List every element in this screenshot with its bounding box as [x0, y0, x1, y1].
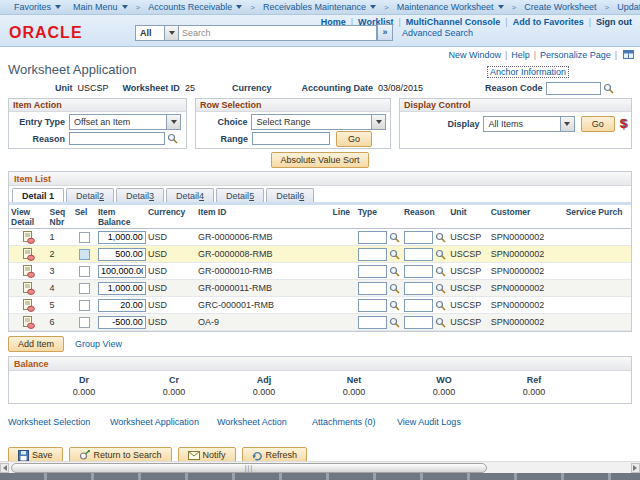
type-input[interactable] — [358, 231, 387, 244]
display-go-button[interactable]: Go — [581, 116, 615, 132]
header-nav-link[interactable]: Sign out — [596, 17, 632, 27]
footer-link[interactable]: Worksheet Selection — [8, 417, 110, 427]
view-detail-icon[interactable] — [22, 248, 35, 261]
group-view-link[interactable]: Group View — [75, 339, 122, 349]
select-checkbox[interactable] — [79, 232, 90, 243]
range-go-button[interactable]: Go — [336, 131, 372, 147]
reason-lookup-icon[interactable] — [435, 283, 446, 294]
reason-input[interactable] — [404, 316, 433, 329]
reason-code-input[interactable] — [546, 82, 601, 95]
type-input[interactable] — [358, 316, 387, 329]
select-checkbox[interactable] — [79, 300, 90, 311]
footer-link[interactable]: Worksheet Application — [110, 417, 217, 427]
display-select[interactable]: All Items — [483, 116, 574, 132]
view-detail-icon[interactable] — [22, 282, 35, 295]
type-lookup-icon[interactable] — [389, 266, 400, 277]
breadcrumb-item[interactable]: Favorites — [14, 2, 61, 12]
type-input[interactable] — [358, 282, 387, 295]
accounting-date-label: Accounting Date — [301, 83, 373, 93]
item-balance-input[interactable] — [98, 282, 146, 295]
item-balance-input[interactable] — [98, 231, 146, 244]
footer-link[interactable]: Attachments (0) — [312, 417, 397, 427]
view-detail-icon[interactable] — [22, 231, 35, 244]
column-header: Reason — [402, 207, 448, 228]
advanced-search-link[interactable]: Advanced Search — [402, 28, 473, 38]
item-balance-input[interactable] — [98, 299, 146, 312]
header-nav-link[interactable]: Add to Favorites — [513, 17, 584, 27]
reason-lookup-icon[interactable] — [435, 249, 446, 260]
scrollbar-thumb[interactable]: ||| — [11, 463, 487, 473]
chevron-down-icon — [236, 5, 242, 12]
balance-column-label: Net — [309, 375, 399, 385]
search-go-button[interactable]: » — [377, 24, 393, 41]
seq-nbr-cell: 2 — [48, 249, 73, 259]
reason-input[interactable] — [69, 132, 165, 145]
currency-detail-icon[interactable]: $ — [620, 116, 627, 131]
tab-detail-1[interactable]: Detail 1 — [12, 188, 64, 202]
reason-lookup-icon[interactable] — [435, 300, 446, 311]
scroll-right-arrow[interactable] — [631, 463, 640, 473]
select-checkbox[interactable] — [79, 317, 90, 328]
search-scope-select[interactable]: All — [135, 25, 179, 41]
anchor-information-link[interactable]: Anchor Information — [487, 66, 569, 78]
select-checkbox[interactable] — [79, 266, 90, 277]
scroll-left-arrow[interactable] — [0, 463, 9, 473]
breadcrumb-item[interactable]: Accounts Receivable — [148, 2, 242, 12]
reason-code-lookup-icon[interactable] — [603, 83, 614, 94]
tab-detail-2[interactable]: Detail 2 — [66, 188, 114, 202]
footer-link[interactable]: Worksheet Action — [217, 417, 312, 427]
type-lookup-icon[interactable] — [389, 249, 400, 260]
reason-input[interactable] — [404, 282, 433, 295]
footer-link[interactable]: View Audit Logs — [397, 417, 461, 427]
range-row: Range Go — [200, 131, 386, 146]
reason-input[interactable] — [404, 248, 433, 261]
select-checkbox[interactable] — [79, 283, 90, 294]
reason-input[interactable] — [404, 299, 433, 312]
type-input[interactable] — [358, 265, 387, 278]
item-balance-input[interactable] — [98, 265, 146, 278]
tab-detail-5[interactable]: Detail 5 — [216, 188, 264, 202]
view-detail-icon[interactable] — [22, 299, 35, 312]
balance-column-label: Ref — [489, 375, 579, 385]
tab-detail-6[interactable]: Detail 6 — [266, 188, 314, 202]
reason-lookup-icon[interactable] — [167, 133, 178, 144]
type-input[interactable] — [358, 248, 387, 261]
absolute-value-sort-button[interactable]: Absolute Value Sort — [271, 152, 370, 168]
column-header: Line — [331, 207, 356, 228]
balance-column-label: Dr — [39, 375, 129, 385]
add-item-button[interactable]: Add Item — [8, 336, 64, 352]
page-link[interactable]: Help — [511, 50, 530, 60]
select-checkbox[interactable] — [79, 249, 90, 260]
type-lookup-icon[interactable] — [389, 283, 400, 294]
item-balance-input[interactable] — [98, 316, 146, 329]
breadcrumb-item[interactable]: Update Worksheet — [617, 2, 640, 12]
breadcrumb-item[interactable]: Receivables Maintenance — [263, 2, 376, 12]
page-link[interactable]: Personalize Page — [540, 50, 611, 60]
personalize-window-icon[interactable] — [623, 50, 634, 59]
reason-lookup-icon[interactable] — [435, 266, 446, 277]
type-input[interactable] — [358, 299, 387, 312]
reason-lookup-icon[interactable] — [435, 232, 446, 243]
range-input[interactable] — [252, 132, 330, 145]
reason-input[interactable] — [404, 231, 433, 244]
key-fields-row: Unit USCSP Worksheet ID 25 Currency Acco… — [8, 80, 632, 96]
reason-input[interactable] — [404, 265, 433, 278]
type-lookup-icon[interactable] — [389, 317, 400, 328]
breadcrumb-item[interactable]: Main Menu — [73, 2, 128, 12]
reason-lookup-icon[interactable] — [435, 317, 446, 328]
entry-type-select[interactable]: Offset an Item — [69, 114, 181, 130]
view-detail-icon[interactable] — [22, 265, 35, 278]
tab-detail-3[interactable]: Detail 3 — [116, 188, 164, 202]
currency-label: Currency — [232, 83, 272, 93]
sel-cell — [73, 300, 96, 311]
page-link[interactable]: New Window — [448, 50, 501, 60]
type-lookup-icon[interactable] — [389, 232, 400, 243]
search-input[interactable] — [179, 25, 377, 41]
type-lookup-icon[interactable] — [389, 300, 400, 311]
item-balance-input[interactable] — [98, 248, 146, 261]
tab-detail-4[interactable]: Detail 4 — [166, 188, 214, 202]
view-detail-icon[interactable] — [22, 316, 35, 329]
breadcrumb-item[interactable]: Create Worksheet — [524, 2, 596, 12]
breadcrumb-item[interactable]: Maintenance Worksheet — [397, 2, 504, 12]
choice-select[interactable]: Select Range — [251, 114, 386, 130]
